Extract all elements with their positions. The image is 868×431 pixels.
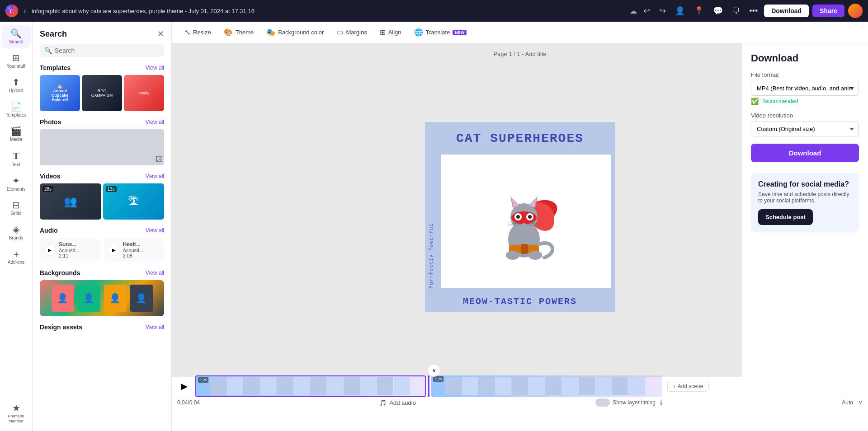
- add-audio-label: Add audio: [389, 399, 416, 406]
- page-label: Page 1 / 1 - Add title: [493, 51, 546, 57]
- frame: [562, 377, 578, 395]
- align-icon: ⊞: [380, 28, 386, 37]
- scene-block-1[interactable]: 2.2s: [195, 375, 426, 397]
- toolbar: ⤡ Resize 🎨 Theme 🎭 Background color ▭ Ma…: [172, 22, 868, 43]
- photo-thumb-1[interactable]: 🖼: [40, 129, 164, 165]
- audio-play-1[interactable]: ▶: [43, 244, 56, 256]
- translate-button[interactable]: 🌐 Translate NEW: [409, 25, 472, 39]
- play-button[interactable]: ▶: [177, 379, 192, 394]
- undo-button[interactable]: ↩: [641, 4, 653, 18]
- sidebar-label-templates: Templates: [6, 112, 27, 117]
- frame: [512, 377, 528, 395]
- frame: [394, 377, 410, 395]
- theme-button[interactable]: 🎨 Theme: [218, 25, 259, 39]
- video-thumb-2[interactable]: 13s 🏝: [103, 183, 165, 220]
- collapse-button[interactable]: ∨: [428, 364, 440, 377]
- sidebar-item-add-ons[interactable]: ＋ Add-ons: [2, 246, 31, 268]
- sidebar-item-search[interactable]: 🔍 Search: [2, 25, 31, 48]
- margins-button[interactable]: ▭ Margins: [331, 25, 372, 39]
- video-duration-1: 28s: [42, 186, 53, 192]
- sidebar-item-premium[interactable]: ★ Premium member: [2, 400, 31, 427]
- video-resolution-select[interactable]: Custom (Original size): [751, 122, 859, 136]
- template-thumb-2[interactable]: RPGCAMPAIGN: [82, 75, 122, 111]
- sidebar-label-search: Search: [9, 39, 24, 44]
- scene-block-2[interactable]: 2.2s: [431, 375, 662, 397]
- templates-view-all[interactable]: View all: [146, 65, 164, 71]
- audio-item-2[interactable]: ▶ Healt... Acousti... 2:08: [104, 238, 165, 262]
- redo-button[interactable]: ↪: [656, 4, 669, 18]
- scene1-duration: 2.2s: [198, 377, 208, 383]
- backgrounds-thumb[interactable]: 👤 👤 👤 👤: [40, 280, 164, 316]
- share-button[interactable]: Share: [812, 5, 844, 17]
- pin-icon-btn[interactable]: 📍: [691, 4, 707, 18]
- add-ons-icon: ＋: [12, 249, 21, 258]
- more-icon-btn[interactable]: •••: [746, 5, 760, 18]
- brands-icon: ◈: [13, 225, 19, 234]
- file-format-select[interactable]: MP4 (Best for video, audio, and animatio…: [751, 81, 859, 96]
- back-button[interactable]: ‹: [22, 5, 28, 18]
- bg-color-label: Background color: [278, 29, 324, 36]
- search-panel-title: Search: [40, 29, 67, 39]
- people-icon-btn[interactable]: 👤: [672, 4, 688, 18]
- upload-icon: ⬆: [12, 78, 20, 87]
- download-panel-title: Download: [751, 52, 859, 64]
- align-button[interactable]: ⊞ Align: [374, 25, 407, 39]
- video-thumb-1[interactable]: 28s 👥: [40, 183, 101, 220]
- sidebar-item-upload[interactable]: ⬆ Upload: [2, 74, 31, 97]
- schedule-post-button[interactable]: Schedule post: [758, 209, 813, 225]
- comment-icon-btn[interactable]: 💬: [710, 4, 726, 18]
- download-top-button[interactable]: Download: [764, 5, 809, 17]
- canvas-bottom: MEOW-TASTIC POWERS: [458, 292, 581, 312]
- text-icon: T: [13, 151, 19, 161]
- close-panel-button[interactable]: ✕: [157, 29, 164, 39]
- audio-view-all[interactable]: View all: [146, 227, 164, 234]
- add-scene-button[interactable]: + Add scene: [667, 381, 709, 392]
- template-thumb-3[interactable]: Media: [124, 75, 164, 111]
- sidebar-item-brands[interactable]: ◈ Brands: [2, 221, 31, 244]
- resize-label: Resize: [193, 29, 211, 36]
- resize-button[interactable]: ⤡ Resize: [179, 25, 217, 39]
- design-canvas[interactable]: CAT SUPERHEROES Purrfectly Powerful: [425, 122, 615, 312]
- frame: [327, 377, 343, 395]
- sidebar-item-grids[interactable]: ⊟ Grids: [2, 197, 31, 220]
- your-stuff-icon: ⊞: [12, 53, 20, 62]
- search-input[interactable]: [55, 47, 160, 54]
- audio-item-1[interactable]: ▶ Suns... Acousti... 2:11: [40, 238, 100, 262]
- sidebar-item-text[interactable]: T Text: [2, 147, 31, 171]
- search-icon-panel: 🔍: [44, 47, 52, 54]
- download-panel: Download File format MP4 (Best for video…: [741, 43, 868, 377]
- photos-view-all[interactable]: View all: [146, 119, 164, 125]
- audio-info-2: Healt... Acousti... 2:08: [123, 241, 143, 258]
- frame: [612, 377, 628, 395]
- resize-icon: ⤡: [184, 28, 190, 37]
- show-layer-toggle[interactable]: [595, 398, 610, 407]
- videos-view-all[interactable]: View all: [146, 173, 164, 179]
- audio-section-title: Audio: [40, 227, 58, 234]
- frame: [528, 377, 545, 395]
- info-icon: ℹ: [660, 399, 662, 406]
- sidebar-item-elements[interactable]: ✦ Elements: [2, 173, 31, 195]
- social-title: Creating for social media?: [758, 180, 852, 188]
- template-thumb-1[interactable]: 🎂AnnualCupcakeBake-off: [40, 75, 80, 111]
- search-icon: 🔍: [10, 29, 22, 38]
- audio-play-2[interactable]: ▶: [108, 244, 120, 256]
- frame: [629, 377, 645, 395]
- frame: [226, 377, 243, 395]
- download-main-button[interactable]: Download: [751, 144, 859, 162]
- bg-color-button[interactable]: 🎭 Background color: [261, 25, 329, 39]
- frame: [545, 377, 561, 395]
- design-assets-view-all[interactable]: View all: [146, 324, 164, 330]
- photos-section-title: Photos: [40, 118, 61, 126]
- chat-icon-btn[interactable]: 🗨: [729, 5, 743, 18]
- show-layer-label: Show layer timing: [613, 399, 656, 406]
- sidebar-item-media[interactable]: 🎬 Media: [2, 123, 31, 145]
- timeline: ▶ 2.2s: [172, 377, 868, 431]
- design-assets-section-title: Design assets: [40, 323, 82, 331]
- backgrounds-view-all[interactable]: View all: [146, 270, 164, 276]
- sidebar-item-templates[interactable]: 📄 Templates: [2, 98, 31, 121]
- svg-point-21: [506, 251, 519, 260]
- sidebar-item-your-stuff[interactable]: ⊞ Your stuff: [2, 50, 31, 72]
- frame: [344, 377, 360, 395]
- add-audio-button[interactable]: 🎵 Add audio: [379, 399, 416, 406]
- translate-icon: 🌐: [414, 28, 423, 37]
